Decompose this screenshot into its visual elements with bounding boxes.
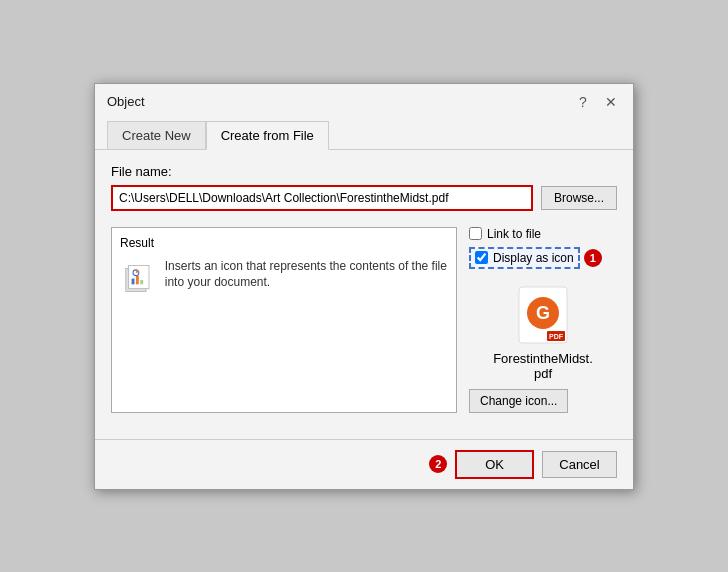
svg-rect-2 xyxy=(132,278,135,284)
display-as-icon-label[interactable]: Display as icon xyxy=(493,251,574,265)
dialog-footer: 2 OK Cancel xyxy=(95,439,633,489)
icon-preview-area: G PDF ForestintheMidst. pdf Change icon.… xyxy=(469,285,617,413)
svg-text:PDF: PDF xyxy=(549,333,564,340)
link-to-file-row: Link to file xyxy=(469,227,617,241)
pdf-icon-container: G PDF ForestintheMidst. pdf xyxy=(493,285,593,381)
result-description: Inserts an icon that represents the cont… xyxy=(165,258,448,292)
title-bar: Object ? ✕ xyxy=(95,84,633,112)
result-content: Inserts an icon that represents the cont… xyxy=(120,258,448,302)
ok-badge: 2 xyxy=(429,455,447,473)
svg-rect-4 xyxy=(140,280,143,284)
tab-create-from-file[interactable]: Create from File xyxy=(206,121,329,150)
result-file-icon xyxy=(120,258,155,302)
display-as-icon-row: Display as icon xyxy=(469,247,580,269)
browse-button[interactable]: Browse... xyxy=(541,186,617,210)
right-section: Link to file Display as icon 1 xyxy=(457,227,617,413)
dialog-title: Object xyxy=(107,94,145,109)
tab-create-new[interactable]: Create New xyxy=(107,121,206,150)
svg-rect-3 xyxy=(136,275,139,284)
icon-filename-line2: pdf xyxy=(534,366,552,381)
help-button[interactable]: ? xyxy=(573,92,593,112)
display-as-icon-row-wrapper: Display as icon 1 xyxy=(469,247,617,269)
ok-button[interactable]: OK xyxy=(455,450,534,479)
title-bar-controls: ? ✕ xyxy=(573,92,621,112)
icon-filename: ForestintheMidst. pdf xyxy=(493,351,593,381)
icon-filename-line1: ForestintheMidst. xyxy=(493,351,593,366)
svg-text:G: G xyxy=(536,303,550,323)
link-to-file-checkbox[interactable] xyxy=(469,227,482,240)
result-section: Result xyxy=(111,227,457,413)
object-dialog: Object ? ✕ Create New Create from File F… xyxy=(94,83,634,490)
middle-section: Result xyxy=(111,227,617,413)
close-button[interactable]: ✕ xyxy=(601,92,621,112)
display-as-icon-badge: 1 xyxy=(584,249,602,267)
tab-bar: Create New Create from File xyxy=(95,112,633,150)
dialog-body: File name: Browse... Result xyxy=(95,150,633,439)
file-name-input[interactable] xyxy=(111,185,533,211)
cancel-button[interactable]: Cancel xyxy=(542,451,617,478)
pdf-icon-svg: G PDF xyxy=(517,285,569,345)
display-as-icon-checkbox[interactable] xyxy=(475,251,488,264)
link-to-file-label[interactable]: Link to file xyxy=(487,227,541,241)
result-label: Result xyxy=(120,236,448,250)
file-name-label: File name: xyxy=(111,164,617,179)
file-row: Browse... xyxy=(111,185,617,211)
change-icon-button[interactable]: Change icon... xyxy=(469,389,568,413)
